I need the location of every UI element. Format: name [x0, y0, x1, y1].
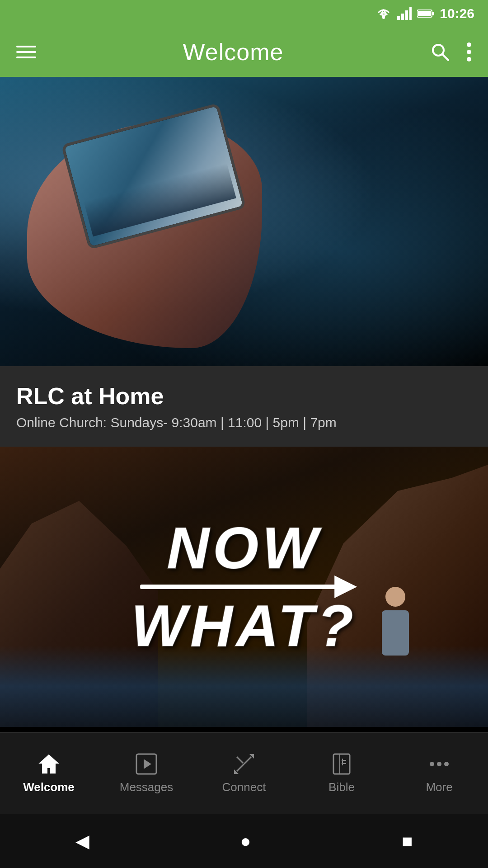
- hamburger-menu-button[interactable]: [16, 46, 36, 58]
- home-button[interactable]: ●: [240, 831, 251, 851]
- hamburger-line-1: [16, 46, 36, 47]
- play-icon: [135, 752, 158, 776]
- svg-line-9: [442, 54, 448, 60]
- status-time: 10:26: [440, 6, 474, 21]
- connect-icon: [232, 752, 256, 776]
- svg-point-11: [467, 50, 471, 54]
- svg-rect-4: [409, 7, 412, 20]
- person-body: [382, 610, 409, 656]
- nav-item-messages[interactable]: Messages: [110, 752, 183, 794]
- status-bar: 10:26: [0, 0, 488, 27]
- more-dots-icon: [427, 752, 451, 776]
- card-title: RLC at Home: [16, 382, 472, 410]
- svg-point-27: [444, 762, 449, 766]
- svg-rect-3: [405, 10, 408, 20]
- hero-card-info[interactable]: RLC at Home Online Church: Sundays- 9:30…: [0, 366, 488, 447]
- svg-marker-14: [144, 759, 151, 769]
- hero-image[interactable]: [0, 77, 488, 366]
- svg-point-0: [382, 16, 385, 19]
- overflow-menu-button[interactable]: [466, 42, 472, 62]
- hamburger-line-3: [16, 57, 36, 58]
- nav-label-connect: Connect: [222, 780, 266, 794]
- nav-label-more: More: [426, 780, 452, 794]
- battery-icon: [417, 9, 434, 19]
- nav-item-welcome[interactable]: Welcome: [13, 752, 85, 794]
- search-button[interactable]: [430, 42, 450, 62]
- nav-item-more[interactable]: More: [403, 752, 475, 794]
- sermon-image[interactable]: NOW WHAT?: [0, 447, 488, 727]
- hamburger-line-2: [16, 51, 36, 53]
- svg-line-15: [237, 764, 244, 771]
- svg-line-17: [237, 757, 243, 763]
- hand-phone-visual: [27, 95, 298, 348]
- svg-rect-7: [432, 12, 434, 15]
- search-icon: [430, 42, 450, 62]
- nav-label-welcome: Welcome: [23, 780, 75, 794]
- page-title: Welcome: [183, 38, 284, 66]
- vertical-dots-icon: [466, 42, 472, 62]
- back-button[interactable]: ◀: [75, 830, 89, 851]
- what-text: WHAT?: [131, 596, 357, 655]
- arrow-decoration: [140, 585, 348, 589]
- app-bar: Welcome: [0, 27, 488, 77]
- home-icon: [37, 752, 61, 776]
- status-icons: 10:26: [375, 6, 474, 21]
- nav-label-bible: Bible: [328, 780, 355, 794]
- card-subtitle: Online Church: Sundays- 9:30am | 11:00 |…: [16, 415, 472, 430]
- nav-label-messages: Messages: [120, 780, 174, 794]
- sermon-title-overlay: NOW WHAT?: [131, 519, 357, 655]
- recent-button[interactable]: ■: [402, 831, 413, 851]
- svg-point-25: [430, 762, 434, 766]
- svg-point-10: [467, 42, 471, 47]
- person-silhouette: [375, 587, 416, 659]
- signal-icon: [397, 7, 412, 20]
- bible-icon: [330, 752, 353, 776]
- svg-rect-2: [401, 14, 404, 20]
- app-bar-actions: [430, 42, 472, 62]
- person-head: [385, 587, 405, 607]
- wifi-icon: [375, 7, 392, 20]
- system-navigation: ◀ ● ■: [0, 814, 488, 868]
- now-text: NOW: [131, 519, 357, 577]
- nav-item-bible[interactable]: Bible: [305, 752, 378, 794]
- svg-rect-6: [418, 11, 431, 16]
- svg-point-12: [467, 57, 471, 61]
- svg-line-16: [244, 757, 251, 764]
- svg-rect-1: [397, 16, 400, 20]
- nav-item-connect[interactable]: Connect: [208, 752, 280, 794]
- svg-point-26: [437, 762, 441, 766]
- bottom-navigation: Welcome Messages Connect Bible: [0, 732, 488, 814]
